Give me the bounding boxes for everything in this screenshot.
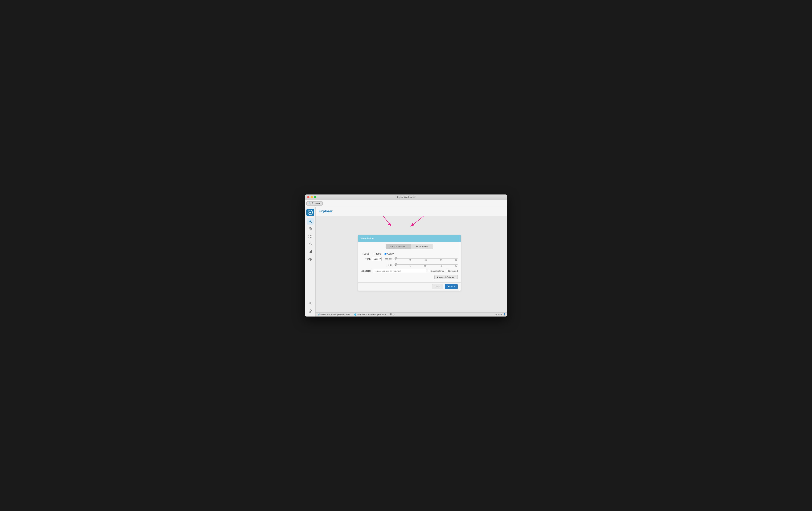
svg-point-5 bbox=[310, 228, 311, 230]
result-table-label: Table bbox=[376, 252, 381, 255]
result-galaxy-label: Galaxy bbox=[387, 252, 394, 255]
svg-point-4 bbox=[309, 228, 312, 230]
sidebar-item-chart[interactable] bbox=[307, 248, 314, 255]
main-layout: Explorer Tabular mode Galaxy mode bbox=[305, 207, 507, 317]
panel-header-label: Search Form bbox=[361, 237, 375, 240]
result-radio-group: Table Galaxy bbox=[373, 252, 394, 255]
svg-line-3 bbox=[311, 221, 312, 222]
link-icon: 🔗 bbox=[317, 313, 320, 315]
sidebar-item-home[interactable] bbox=[307, 307, 314, 314]
svg-point-20 bbox=[310, 303, 311, 304]
minutes-slider[interactable] bbox=[395, 258, 458, 259]
time-label: TIME bbox=[361, 258, 371, 260]
svg-rect-17 bbox=[310, 251, 311, 253]
status-connection: 🔗 debian [fs2demo.flopsar.com:9000] bbox=[317, 313, 350, 315]
excluded-checkbox[interactable] bbox=[446, 270, 448, 272]
page-title: Explorer bbox=[319, 209, 332, 213]
search-button[interactable]: Search bbox=[445, 284, 458, 289]
svg-rect-12 bbox=[309, 237, 310, 238]
tab-instrumentation[interactable]: Instrumentation bbox=[385, 244, 411, 249]
sidebar-item-publish[interactable] bbox=[307, 241, 314, 247]
result-table-radio[interactable] bbox=[373, 253, 375, 255]
status-timezone: 🌐 Timezone: Central European Time bbox=[354, 313, 386, 315]
time-select[interactable]: Last bbox=[372, 257, 382, 261]
toolbar: 🔍 Explorer bbox=[305, 200, 507, 207]
svg-rect-11 bbox=[311, 235, 312, 236]
hours-slider-wrap: 0 6 12 18 24 bbox=[395, 262, 458, 267]
svg-rect-13 bbox=[311, 237, 312, 238]
globe-icon: 🌐 bbox=[354, 313, 356, 315]
threads-icon: 🗄 bbox=[390, 313, 392, 315]
memory-bar bbox=[504, 313, 505, 316]
sidebar-item-grid[interactable] bbox=[307, 233, 314, 240]
clear-button[interactable]: Clear bbox=[432, 284, 443, 289]
svg-rect-21 bbox=[309, 311, 311, 312]
hours-label: Hours: bbox=[383, 264, 393, 266]
connection-text: debian [fs2demo.flopsar.com:9000] bbox=[321, 313, 350, 315]
svg-point-1 bbox=[310, 212, 311, 213]
case-matched-option[interactable]: Case Matched bbox=[428, 270, 444, 272]
threads-text: 2/2 bbox=[393, 313, 395, 315]
agents-row: AGENTS Case Matched Excluded bbox=[358, 268, 461, 274]
panel-footer: Clear Search bbox=[358, 282, 461, 291]
svg-marker-14 bbox=[309, 243, 312, 245]
svg-rect-10 bbox=[309, 235, 310, 236]
tab-environment[interactable]: Environment bbox=[411, 244, 433, 249]
svg-rect-16 bbox=[309, 252, 310, 253]
excluded-label: Excluded bbox=[449, 270, 458, 272]
app-logo bbox=[307, 209, 314, 216]
window-title: Flopsar Workstation bbox=[396, 196, 416, 199]
case-matched-label: Case Matched bbox=[431, 270, 444, 272]
memory-bar-fill bbox=[504, 313, 505, 315]
titlebar: Flopsar Workstation bbox=[305, 194, 507, 200]
advanced-options-button[interactable]: Advanced Options ▾ bbox=[434, 275, 458, 279]
svg-rect-18 bbox=[311, 250, 312, 253]
close-button[interactable] bbox=[307, 196, 310, 198]
sidebar-item-search[interactable] bbox=[307, 218, 314, 224]
minimize-button[interactable] bbox=[311, 196, 313, 198]
content-area: Explorer Tabular mode Galaxy mode bbox=[316, 207, 507, 317]
sidebar bbox=[305, 207, 316, 317]
status-threads: 🗄 2/2 bbox=[390, 313, 395, 315]
annotation-container: Tabular mode Galaxy mode bbox=[358, 220, 465, 291]
minutes-slider-wrap: 0 15 30 45 60 bbox=[395, 256, 458, 261]
sidebar-top bbox=[307, 218, 314, 300]
sidebar-bottom bbox=[307, 300, 314, 317]
case-matched-checkbox[interactable] bbox=[428, 270, 430, 272]
status-bar: 🔗 debian [fs2demo.flopsar.com:9000] 🌐 Ti… bbox=[316, 312, 507, 317]
result-galaxy-option[interactable]: Galaxy bbox=[384, 252, 394, 255]
result-label: RESULT bbox=[361, 253, 371, 255]
sidebar-item-announce[interactable] bbox=[307, 256, 314, 263]
panel-header: Search Form bbox=[358, 235, 461, 242]
status-memory: 76.86 MB bbox=[495, 313, 505, 316]
main-window: Flopsar Workstation 🔍 Explorer bbox=[305, 194, 507, 317]
minutes-slider-row: Minutes: 0 15 30 45 bbox=[383, 256, 458, 261]
result-galaxy-radio[interactable] bbox=[384, 253, 386, 255]
traffic-lights bbox=[307, 196, 316, 198]
sliders-col: Minutes: 0 15 30 45 bbox=[383, 256, 458, 267]
sidebar-item-target[interactable] bbox=[307, 226, 314, 232]
result-table-option[interactable]: Table bbox=[373, 252, 381, 255]
time-label-col: TIME Last bbox=[361, 256, 382, 261]
explorer-tab-label: Explorer bbox=[312, 202, 321, 205]
advanced-options-chevron-icon: ▾ bbox=[455, 276, 456, 278]
advanced-options-label: Advanced Options bbox=[437, 276, 454, 278]
memory-text: 76.86 MB bbox=[495, 313, 503, 315]
result-row: RESULT Table Galaxy bbox=[358, 252, 461, 256]
hours-slider-row: Hours: 0 6 12 18 bbox=[383, 262, 458, 267]
excluded-option[interactable]: Excluded bbox=[446, 270, 458, 272]
search-tab-icon: 🔍 bbox=[309, 202, 311, 205]
minutes-label: Minutes: bbox=[383, 258, 393, 260]
explorer-tab[interactable]: 🔍 Explorer bbox=[307, 201, 323, 206]
hours-slider[interactable] bbox=[395, 264, 458, 265]
advanced-options-row: Advanced Options ▾ bbox=[358, 274, 461, 281]
time-row: TIME Last Minutes: bbox=[358, 256, 461, 268]
agents-input[interactable] bbox=[372, 269, 427, 273]
sidebar-item-settings[interactable] bbox=[307, 300, 314, 307]
timezone-text: Timezone: Central European Time bbox=[357, 313, 386, 315]
maximize-button[interactable] bbox=[314, 196, 316, 198]
search-panel: Search Form Instrumentation Environment … bbox=[358, 235, 461, 291]
annotation-arrows bbox=[358, 216, 465, 231]
header-bar: Explorer bbox=[316, 207, 507, 216]
agents-label: AGENTS bbox=[361, 270, 371, 272]
